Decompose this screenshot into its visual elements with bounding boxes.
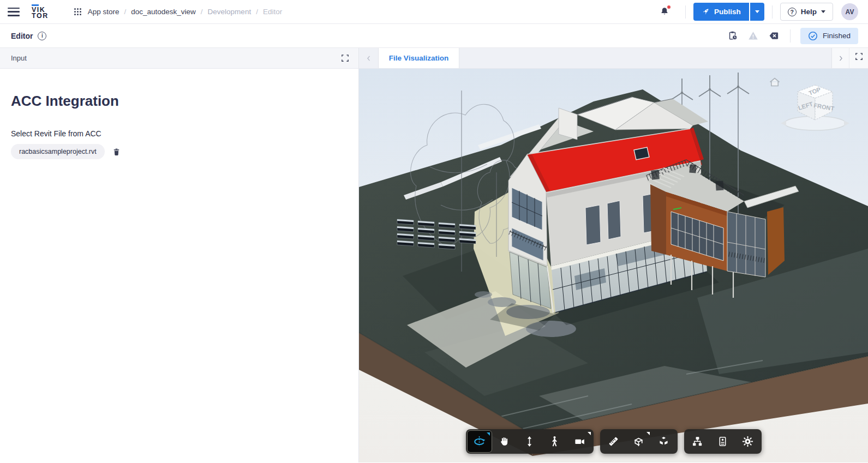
properties-button[interactable] [710, 430, 735, 453]
explode-icon [657, 435, 671, 448]
navbar-right: Publish ? Help AV [659, 3, 858, 21]
pan-icon [498, 435, 511, 448]
viewcube[interactable]: TOP LEFT FRONT [774, 75, 856, 139]
chevron-down-icon [821, 10, 825, 13]
job-history-icon[interactable] [727, 30, 739, 41]
zoom-icon [523, 435, 536, 448]
divider [772, 5, 773, 19]
check-circle-icon [808, 31, 818, 41]
clear-icon[interactable] [768, 30, 780, 41]
section-tool-button[interactable] [626, 430, 651, 453]
breadcrumb-app-store[interactable]: App store [88, 8, 119, 16]
flyout-indicator [646, 432, 650, 435]
input-panel-title: Input [11, 54, 27, 62]
editor-bar: Editor i Fi [0, 24, 868, 48]
chevron-left-icon[interactable] [359, 48, 379, 68]
orbit-icon [472, 434, 487, 449]
editor-title: Editor [11, 32, 33, 40]
rocket-icon [702, 8, 710, 16]
selected-file-chip[interactable]: racbasicsampleproject.rvt [11, 144, 105, 159]
status-badge: Finished [800, 28, 858, 44]
input-panel: ACC Integration Select Revit File from A… [0, 69, 359, 462]
app-grid-icon[interactable] [74, 8, 82, 16]
camera-tool-button[interactable] [567, 430, 592, 453]
measure-tools-group [600, 429, 678, 454]
settings-button[interactable] [735, 430, 761, 453]
input-panel-header: Input [0, 48, 359, 68]
hamburger-menu-icon[interactable] [8, 8, 20, 16]
first-person-icon [548, 435, 561, 448]
camera-icon [573, 435, 586, 448]
properties-icon [716, 435, 729, 448]
breadcrumb-separator: / [124, 8, 126, 16]
notifications-bell-icon[interactable] [659, 6, 670, 17]
viktor-logo-line2: TOR [32, 13, 49, 19]
page-title: ACC Integration [11, 93, 345, 110]
avatar[interactable]: AV [841, 3, 858, 20]
first-person-tool-button[interactable] [542, 430, 567, 453]
flyout-indicator [487, 432, 490, 436]
model-tools-group [684, 429, 762, 454]
output-panel-header: File Visualization [359, 48, 868, 68]
pan-tool-button[interactable] [492, 430, 517, 453]
breadcrumb: App store / doc_autodesk_view / Developm… [74, 8, 283, 16]
breadcrumb-separator: / [256, 8, 258, 16]
file-field-label: Select Revit File from ACC [11, 129, 345, 138]
breadcrumb-editor: Editor [263, 8, 282, 16]
model-browser-icon [691, 435, 704, 448]
top-navbar: VIK TOR App store / doc_autodesk_view / … [0, 0, 868, 24]
info-icon[interactable]: i [38, 32, 46, 40]
delete-file-icon[interactable] [112, 147, 121, 157]
help-button[interactable]: ? Help [780, 3, 833, 21]
settings-gear-icon [741, 435, 755, 448]
measure-icon [607, 435, 620, 448]
divider [685, 5, 686, 19]
question-icon: ? [788, 8, 797, 16]
model-browser-button[interactable] [685, 430, 710, 453]
status-label: Finished [823, 32, 851, 40]
measure-tool-button[interactable] [601, 430, 626, 453]
skylight [634, 147, 649, 160]
breadcrumb-environment: Development [208, 8, 252, 16]
warnings-icon[interactable] [747, 30, 759, 41]
chevron-right-icon[interactable] [832, 48, 849, 68]
viktor-logo[interactable]: VIK TOR [32, 4, 49, 19]
zoom-tool-button[interactable] [517, 430, 542, 453]
viewer-toolbar [466, 429, 762, 454]
viewer-canvas[interactable]: TOP LEFT FRONT [359, 69, 868, 462]
publish-split-button: Publish [693, 3, 764, 21]
divider [790, 29, 791, 43]
explode-tool-button[interactable] [651, 430, 677, 453]
panel-headers: Input File Visualization [0, 48, 868, 69]
breadcrumb-separator: / [201, 8, 203, 16]
publish-button[interactable]: Publish [693, 3, 749, 21]
expand-viewer-panel-icon[interactable] [849, 48, 868, 64]
flyout-indicator [588, 432, 591, 435]
notification-dot [667, 5, 671, 9]
publish-label: Publish [714, 8, 741, 16]
publish-dropdown-button[interactable] [750, 3, 764, 21]
expand-input-panel-icon[interactable] [336, 50, 354, 67]
tab-file-visualization[interactable]: File Visualization [379, 48, 459, 68]
help-label: Help [801, 8, 817, 16]
orbit-tool-button[interactable] [467, 430, 492, 453]
navigation-tools-group [466, 429, 594, 454]
breadcrumb-project[interactable]: doc_autodesk_view [131, 8, 196, 16]
section-icon [632, 435, 645, 448]
